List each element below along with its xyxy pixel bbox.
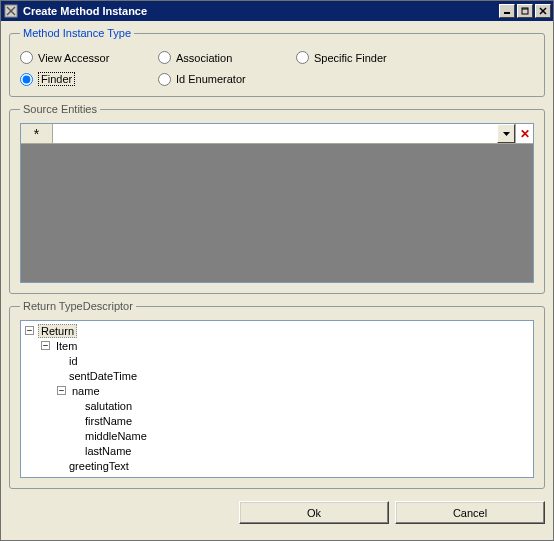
radio-id-enumerator-input[interactable] [158, 73, 171, 86]
title-bar: Create Method Instance [1, 1, 553, 21]
source-entity-dropdown-button[interactable] [497, 124, 515, 143]
source-entities-grid: * ✕ [20, 123, 534, 283]
window-title: Create Method Instance [23, 5, 499, 17]
maximize-button[interactable] [517, 4, 533, 18]
source-entity-delete-button[interactable]: ✕ [515, 124, 533, 143]
radio-finder-input[interactable] [20, 73, 33, 86]
close-button[interactable] [535, 4, 551, 18]
tree-node-id[interactable]: id [67, 355, 80, 367]
radio-specific-finder-label: Specific Finder [314, 52, 387, 64]
radio-association-input[interactable] [158, 51, 171, 64]
radio-id-enumerator[interactable]: Id Enumerator [158, 72, 296, 86]
tree-node-middlename[interactable]: middleName [83, 430, 149, 442]
svg-marker-8 [503, 132, 510, 136]
source-entities-row: * ✕ [21, 124, 533, 144]
tree-node-name[interactable]: name [70, 385, 102, 397]
source-entity-input[interactable] [53, 124, 497, 143]
tree-node-firstname[interactable]: firstName [83, 415, 134, 427]
radio-finder-label: Finder [38, 72, 75, 86]
app-icon [3, 3, 19, 19]
method-instance-type-group: Method Instance Type View Accessor Assoc… [9, 27, 545, 97]
source-entities-legend: Source Entities [20, 103, 100, 115]
return-type-tree[interactable]: − Return − Item id sentDateTime − name [20, 320, 534, 478]
radio-id-enumerator-label: Id Enumerator [176, 73, 246, 85]
expand-icon[interactable]: − [41, 341, 50, 350]
tree-node-greetingtext[interactable]: greetingText [67, 460, 131, 472]
radio-finder[interactable]: Finder [20, 72, 158, 86]
tree-node-return[interactable]: Return [38, 324, 77, 338]
tree-node-salutation[interactable]: salutation [83, 400, 134, 412]
ok-button[interactable]: Ok [239, 501, 389, 524]
expand-icon[interactable]: − [57, 386, 66, 395]
return-type-group: Return TypeDescriptor − Return − Item id… [9, 300, 545, 489]
row-marker: * [21, 124, 53, 143]
radio-view-accessor-input[interactable] [20, 51, 33, 64]
return-type-legend: Return TypeDescriptor [20, 300, 136, 312]
tree-node-item[interactable]: Item [54, 340, 79, 352]
tree-node-lastname[interactable]: lastName [83, 445, 133, 457]
radio-view-accessor-label: View Accessor [38, 52, 109, 64]
source-entities-empty-area [21, 144, 533, 282]
minimize-button[interactable] [499, 4, 515, 18]
tree-node-sentdatetime[interactable]: sentDateTime [67, 370, 139, 382]
expand-icon[interactable]: − [25, 326, 34, 335]
source-entities-group: Source Entities * ✕ [9, 103, 545, 294]
method-type-legend: Method Instance Type [20, 27, 134, 39]
radio-association[interactable]: Association [158, 51, 296, 64]
cancel-button[interactable]: Cancel [395, 501, 545, 524]
radio-specific-finder-input[interactable] [296, 51, 309, 64]
radio-specific-finder[interactable]: Specific Finder [296, 51, 446, 64]
radio-association-label: Association [176, 52, 232, 64]
delete-x-icon: ✕ [520, 127, 530, 141]
radio-view-accessor[interactable]: View Accessor [20, 51, 158, 64]
